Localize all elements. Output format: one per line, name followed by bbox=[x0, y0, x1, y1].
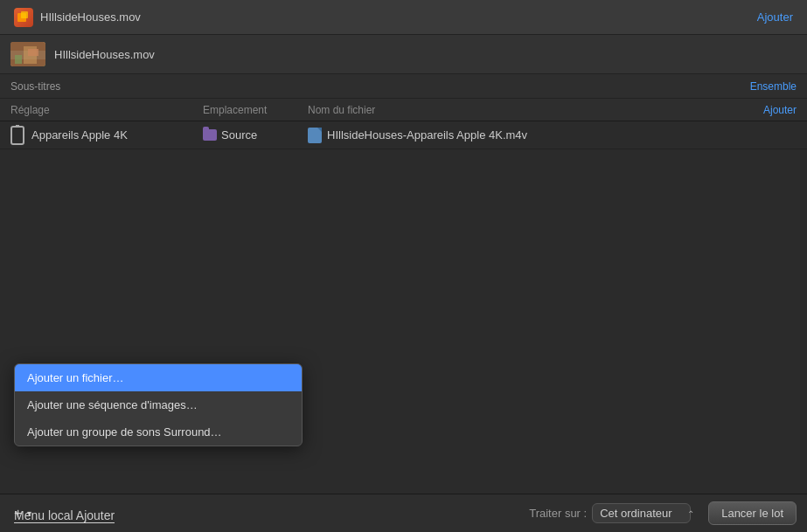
cell-nom-fichier: HIllsideHouses-Appareils Apple 4K.m4v bbox=[308, 128, 797, 143]
svg-rect-6 bbox=[28, 49, 38, 56]
ajouter-col-button[interactable]: Ajouter bbox=[763, 104, 797, 116]
folder-icon bbox=[203, 129, 217, 141]
col-nom-fichier: Nom du fichier bbox=[308, 104, 763, 116]
ordinateur-select[interactable]: Cet ordinateur bbox=[592, 503, 691, 523]
window-title: HIllsideHouses.mov bbox=[40, 10, 757, 24]
nom-fichier-value: HIllsideHouses-Appareils Apple 4K.m4v bbox=[327, 128, 527, 142]
sous-titres-label: Sous-titres bbox=[10, 80, 750, 93]
lancer-lot-button[interactable]: Lancer le lot bbox=[708, 501, 797, 525]
file-thumbnail bbox=[10, 42, 45, 66]
bottom-bar: + ▾ Traiter sur : Cet ordinateur Lancer … bbox=[0, 494, 807, 532]
dropdown-item-0[interactable]: Ajouter un fichier… bbox=[15, 364, 302, 391]
file-row: HIllsideHouses.mov bbox=[0, 35, 807, 74]
traiter-label: Traiter sur : bbox=[529, 507, 587, 520]
table-row: Appareils Apple 4K Source HIllsideHouses… bbox=[0, 121, 807, 149]
file-icon bbox=[308, 128, 322, 143]
svg-rect-5 bbox=[15, 55, 22, 64]
title-bar: HIllsideHouses.mov Ajouter bbox=[0, 0, 807, 35]
sous-titres-header: Sous-titres Ensemble bbox=[0, 74, 807, 99]
ensemble-button[interactable]: Ensemble bbox=[750, 80, 797, 93]
caption-text: Menu local Ajouter bbox=[14, 508, 115, 523]
title-add-button[interactable]: Ajouter bbox=[757, 10, 793, 24]
app-icon bbox=[14, 8, 33, 27]
reglage-value: Appareils Apple 4K bbox=[31, 128, 128, 142]
col-emplacement: Emplacement bbox=[203, 104, 308, 116]
cell-reglage: Appareils Apple 4K bbox=[10, 126, 203, 145]
cell-emplacement: Source bbox=[203, 128, 308, 142]
device-icon bbox=[10, 126, 24, 145]
col-reglage: Réglage bbox=[10, 104, 203, 116]
main-window: HIllsideHouses.mov Ajouter HIllsideHouse… bbox=[0, 0, 807, 532]
dropdown-menu: Ajouter un fichier… Ajouter une séquence… bbox=[14, 363, 303, 446]
file-name-label: HIllsideHouses.mov bbox=[54, 48, 155, 61]
svg-rect-1 bbox=[21, 11, 28, 18]
ordinateur-wrapper: Cet ordinateur bbox=[592, 503, 699, 523]
dropdown-item-1[interactable]: Ajouter une séquence d'images… bbox=[15, 391, 302, 418]
emplacement-value: Source bbox=[221, 128, 257, 142]
dropdown-item-2[interactable]: Ajouter un groupe de sons Surround… bbox=[15, 418, 302, 446]
caption: Menu local Ajouter bbox=[14, 508, 115, 523]
column-headers: Réglage Emplacement Nom du fichier Ajout… bbox=[0, 99, 807, 121]
